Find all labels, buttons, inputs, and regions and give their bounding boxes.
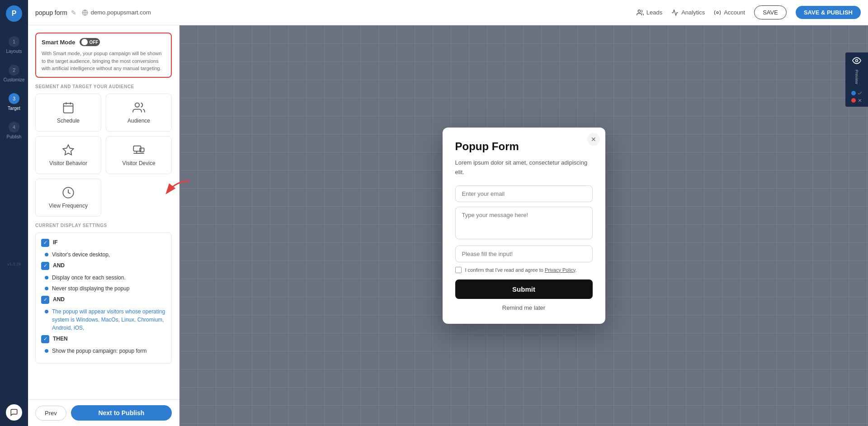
x-icon — [857, 98, 863, 103]
side-navigation: P 1 Layouts 2 Customize 3 Target 4 Publi… — [0, 0, 28, 426]
session-text: Display once for each session. — [52, 274, 126, 282]
account-link[interactable]: Account — [714, 9, 745, 16]
display-settings-box: IF Visitor's device desktop, AND Display… — [35, 232, 172, 364]
schedule-icon — [62, 101, 75, 114]
settings-and1-row: AND — [41, 261, 166, 270]
target-card-visitor-device[interactable]: Visitor Device — [106, 136, 172, 174]
sidebar-item-label: Target — [8, 106, 20, 111]
canvas-area: Preview ✕ Popup Form Lorem ipsum dolor s… — [179, 25, 868, 426]
show-popup-text: Show the popup campaign: popup form — [52, 347, 146, 355]
analytics-label: Analytics — [681, 9, 705, 16]
privacy-link[interactable]: Privacy Policy — [545, 267, 576, 273]
settings-os-row: The popup will appear visitors whose ope… — [41, 308, 166, 332]
sidebar-item-label: Layouts — [6, 49, 22, 54]
save-button[interactable]: SAVE — [754, 5, 787, 19]
settings-and2-row: AND — [41, 295, 166, 304]
settings-device-row: Visitor's device desktop, — [41, 251, 166, 259]
display-settings-section-label: CURRENT DISPLAY SETTINGS — [35, 223, 172, 228]
svg-rect-4 — [64, 103, 73, 113]
email-input[interactable] — [455, 185, 593, 202]
privacy-checkbox-row: I confirm that I've read and agree to Pr… — [455, 267, 593, 273]
settings-never-stop-row: Never stop displaying the popup — [41, 284, 166, 293]
svg-marker-12 — [63, 145, 73, 155]
edit-title-icon[interactable]: ✎ — [71, 9, 76, 16]
account-label: Account — [724, 9, 745, 16]
sidebar-item-label: Customize — [3, 77, 24, 82]
sidebar-item-layouts[interactable]: 1 Layouts — [2, 33, 26, 57]
smart-mode-label: Smart Mode — [42, 39, 75, 46]
step-number-1: 1 — [9, 36, 19, 47]
popup-title: Popup Form — [455, 140, 593, 153]
svg-point-11 — [135, 103, 139, 107]
settings-if-row: IF — [41, 238, 166, 247]
settings-show-popup-row: Show the popup campaign: popup form — [41, 347, 166, 355]
arrow-annotation — [158, 176, 194, 201]
leads-label: Leads — [646, 9, 662, 16]
os-text: The popup will appear visitors whose ope… — [52, 308, 166, 332]
smart-mode-box: Smart Mode OFF With Smart mode, your pop… — [35, 33, 172, 78]
target-card-visitor-behavior[interactable]: Visitor Behavior — [35, 136, 101, 174]
popup-modal: ✕ Popup Form Lorem ipsum dolor sit amet,… — [443, 128, 605, 324]
preview-label: Preview — [854, 70, 859, 84]
visitor-device-icon — [132, 144, 145, 156]
campaign-title: popup form — [35, 9, 67, 16]
remind-later-button[interactable]: Remind me later — [455, 304, 593, 311]
analytics-link[interactable]: Analytics — [671, 9, 705, 16]
panel-footer: Prev Next to Publish — [28, 399, 179, 426]
preview-dot-blue — [851, 91, 856, 95]
next-publish-button[interactable]: Next to Publish — [71, 405, 172, 421]
dot-icon — [45, 276, 48, 279]
if-label: IF — [53, 238, 58, 246]
submit-button[interactable]: Submit — [455, 279, 593, 299]
and-check-icon — [41, 262, 49, 270]
smart-mode-toggle[interactable]: OFF — [80, 38, 100, 46]
settings-session-row: Display once for each session. — [41, 274, 166, 282]
dot-icon — [45, 253, 48, 256]
then-label: THEN — [53, 335, 68, 343]
prev-button[interactable]: Prev — [35, 406, 66, 421]
privacy-checkbox[interactable] — [455, 267, 462, 273]
svg-point-2 — [638, 10, 640, 12]
target-cards-grid: Schedule Audience Visitor Behavior Visit… — [35, 94, 172, 174]
message-input[interactable] — [455, 207, 593, 239]
chat-bubble-button[interactable] — [6, 404, 22, 421]
step-number-2: 2 — [9, 65, 19, 76]
and2-label: AND — [53, 295, 65, 303]
leads-link[interactable]: Leads — [637, 9, 662, 16]
svg-point-19 — [856, 60, 858, 62]
dot-icon — [45, 349, 48, 353]
sidebar-item-label: Publish — [7, 134, 22, 139]
view-frequency-icon — [62, 186, 75, 199]
target-card-audience[interactable]: Audience — [106, 94, 172, 132]
target-card-view-frequency[interactable]: View Frequency — [35, 179, 101, 217]
if-check-icon — [41, 239, 49, 247]
preview-sidebar: Preview — [845, 52, 868, 107]
then-check-icon — [41, 335, 49, 343]
step-number-4: 4 — [9, 122, 19, 133]
popup-description: Lorem ipsum dolor sit amet, consectetur … — [455, 158, 593, 177]
app-logo[interactable]: P — [6, 5, 22, 22]
view-frequency-label: View Frequency — [49, 203, 88, 209]
sidebar-item-customize[interactable]: 2 Customize — [2, 61, 26, 86]
top-bar-actions: Leads Analytics Account SAVE SAVE & PUBL… — [637, 5, 861, 19]
fill-input[interactable] — [455, 246, 593, 262]
target-card-schedule[interactable]: Schedule — [35, 94, 101, 132]
popup-close-button[interactable]: ✕ — [587, 133, 600, 146]
sidebar-item-publish[interactable]: 4 Publish — [2, 118, 26, 143]
svg-point-3 — [717, 12, 718, 14]
top-bar: popup form ✎ demo.popupsmart.com Leads A… — [28, 0, 868, 25]
step-number-3: 3 — [9, 93, 19, 104]
left-panel: Smart Mode OFF With Smart mode, your pop… — [28, 25, 179, 426]
device-text: Visitor's device desktop, — [52, 251, 110, 259]
audience-icon — [132, 101, 145, 114]
segment-section-label: SEGMENT AND TARGET YOUR AUDIENCE — [35, 84, 172, 89]
save-publish-button[interactable]: SAVE & PUBLISH — [796, 6, 861, 19]
preview-dot-red — [851, 98, 856, 103]
app-version: v1.3.29 — [7, 262, 21, 266]
and2-check-icon — [41, 296, 49, 304]
sidebar-item-target[interactable]: 3 Target — [2, 90, 26, 114]
dot-icon — [45, 287, 48, 290]
never-stop-text: Never stop displaying the popup — [52, 284, 129, 293]
privacy-label: I confirm that I've read and agree to Pr… — [465, 267, 577, 273]
audience-label: Audience — [127, 118, 150, 124]
